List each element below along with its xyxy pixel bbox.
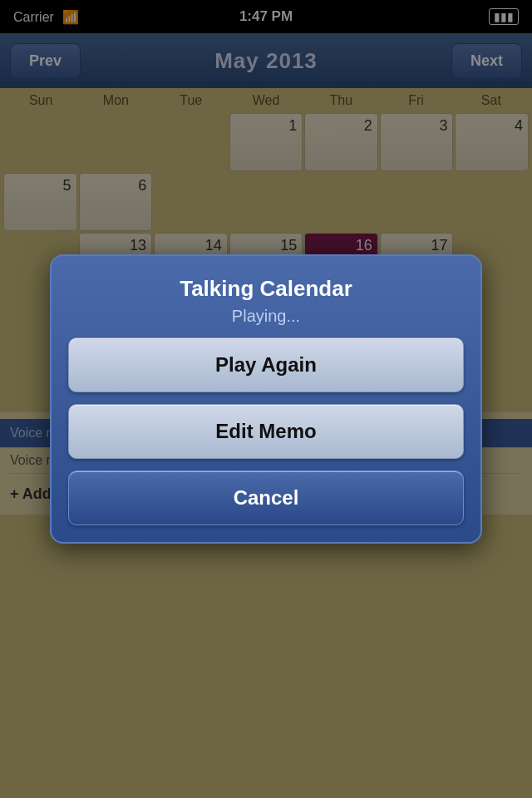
edit-memo-button[interactable]: Edit Memo xyxy=(68,404,464,459)
dialog-subtitle: Playing... xyxy=(232,307,300,326)
cancel-button[interactable]: Cancel xyxy=(68,470,464,525)
dialog-overlay: Talking Calendar Playing... Play Again E… xyxy=(0,0,532,798)
play-again-button[interactable]: Play Again xyxy=(68,337,464,392)
dialog-title: Talking Calendar xyxy=(180,276,352,302)
dialog: Talking Calendar Playing... Play Again E… xyxy=(50,254,482,544)
